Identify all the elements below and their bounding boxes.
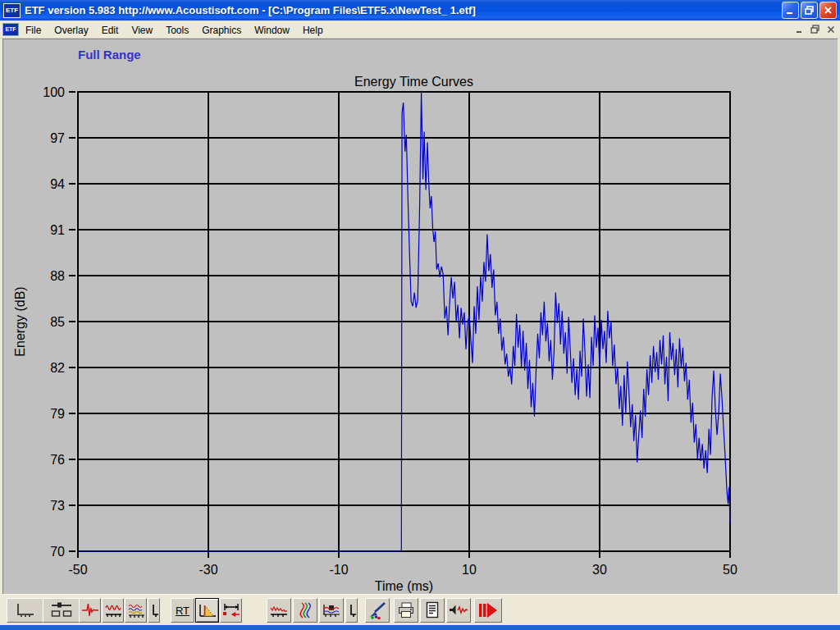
menu-item-tools[interactable]: Tools	[159, 22, 195, 39]
app-window: ETF ETF version 5.983 http://www.Acousti…	[0, 0, 840, 630]
menu-item-graphics[interactable]: Graphics	[195, 22, 248, 39]
y-tick-label: 76	[50, 453, 65, 467]
toolbar-button-gate-window[interactable]	[220, 598, 242, 623]
y-tick-label: 88	[50, 269, 65, 283]
run-arrow-icon	[477, 601, 499, 619]
toolbar-button-energy-time-curve[interactable]	[195, 598, 219, 623]
x-axis-label: Time (ms)	[375, 579, 433, 593]
mdi-restore-icon	[810, 25, 819, 34]
y-tick-label: 82	[50, 361, 65, 375]
sine-sweep-icon	[295, 602, 315, 619]
toolbar-button-noise-response[interactable]	[267, 598, 291, 623]
app-icon[interactable]: ETF	[3, 3, 21, 18]
mdi-window-controls	[791, 23, 838, 35]
report-icon	[423, 601, 441, 619]
window-title: ETF version 5.983 http://www.Acoustisoft…	[25, 4, 780, 16]
y-tick-label: 79	[50, 407, 65, 421]
mdi-restore-button[interactable]	[808, 23, 822, 35]
y-tick-label: 100	[43, 85, 65, 99]
color-brush-icon	[368, 601, 387, 619]
toolbar-button-print[interactable]	[394, 598, 418, 623]
toolbar-button-room-measure[interactable]	[319, 598, 344, 623]
toolbar-button-graph-axes[interactable]	[7, 598, 44, 623]
mini-axis-icon	[149, 602, 159, 619]
toolbar-button-sine-sweep[interactable]	[293, 598, 317, 623]
menu-item-view[interactable]: View	[125, 22, 159, 39]
menu-item-file[interactable]: File	[19, 22, 48, 39]
printer-icon	[396, 601, 416, 619]
menu-item-help[interactable]: Help	[296, 22, 330, 39]
toolbar-button-speaker-trace[interactable]	[446, 598, 471, 623]
x-tick-label: -50	[68, 563, 87, 577]
mdi-minimize-icon	[796, 25, 804, 34]
menu-item-edit[interactable]: Edit	[95, 22, 126, 39]
menu-bar: ETF FileOverlayEditViewToolsGraphicsWind…	[0, 21, 840, 39]
x-tick-label: 50	[723, 563, 737, 577]
toolbar-button-frequency-response[interactable]	[102, 598, 124, 623]
y-tick-label: 85	[50, 315, 65, 329]
etc-chart: -50-30-1010305070737679828588919497100En…	[3, 39, 838, 594]
minimize-icon	[786, 6, 795, 15]
close-button[interactable]	[819, 2, 837, 19]
rt60-label: RT	[176, 605, 189, 617]
toolbar-button-run-measurement[interactable]	[474, 598, 502, 623]
y-tick-label: 94	[50, 177, 65, 191]
menu-item-overlay[interactable]: Overlay	[48, 22, 94, 39]
toolbar-button-impulse-response[interactable]	[79, 598, 101, 623]
restore-icon	[805, 6, 814, 15]
energy-time-curve-icon	[198, 602, 217, 619]
menu-items: FileOverlayEditViewToolsGraphicsWindowHe…	[19, 22, 330, 37]
x-tick-label: -30	[199, 563, 217, 577]
y-axis-label: Energy (dB)	[13, 286, 27, 356]
menu-item-window[interactable]: Window	[248, 22, 296, 39]
title-bar: ETF ETF version 5.983 http://www.Acousti…	[0, 0, 840, 21]
bottom-toolbar: RT	[0, 594, 840, 626]
chart-client-area: Full Range -50-30-1010305070737679828588…	[2, 39, 838, 594]
restore-button[interactable]	[801, 2, 818, 19]
impulse-response-icon	[81, 602, 99, 619]
toolbar-button-level-controls[interactable]	[43, 598, 80, 623]
gate-window-icon	[221, 602, 241, 619]
graph-axes-icon	[15, 602, 36, 619]
level-controls-icon	[50, 602, 73, 619]
room-measure-icon	[322, 602, 341, 619]
toolbar-button-mini-axis-1[interactable]	[148, 598, 160, 623]
x-tick-label: 30	[592, 563, 607, 577]
toolbar-button-mini-axis-2[interactable]	[345, 598, 358, 623]
x-tick-label: 10	[462, 563, 477, 577]
mdi-close-button[interactable]	[824, 23, 838, 35]
overlay-responses-icon	[127, 602, 145, 619]
frequency-response-icon	[104, 602, 122, 619]
close-icon	[824, 6, 833, 15]
window-bottom-border	[0, 625, 840, 630]
mdi-document-icon[interactable]: ETF	[2, 23, 19, 36]
y-tick-label: 97	[50, 131, 65, 145]
minimize-button[interactable]	[782, 2, 799, 19]
y-tick-label: 73	[50, 499, 65, 513]
toolbar-button-overlay-responses[interactable]	[125, 598, 147, 623]
mdi-minimize-button[interactable]	[792, 23, 806, 35]
speaker-trace-icon	[448, 602, 469, 619]
mini-axis-icon	[347, 602, 357, 619]
y-tick-label: 70	[50, 545, 65, 559]
chart-title: Energy Time Curves	[354, 75, 473, 89]
toolbar-button-report[interactable]	[420, 598, 445, 623]
mdi-close-icon	[827, 25, 835, 34]
toolbar-button-color-brush[interactable]	[365, 598, 390, 623]
x-tick-label: -10	[329, 563, 348, 577]
y-tick-label: 91	[50, 223, 65, 237]
toolbar-button-rt60[interactable]: RT	[171, 598, 194, 623]
noise-response-icon	[269, 602, 289, 619]
